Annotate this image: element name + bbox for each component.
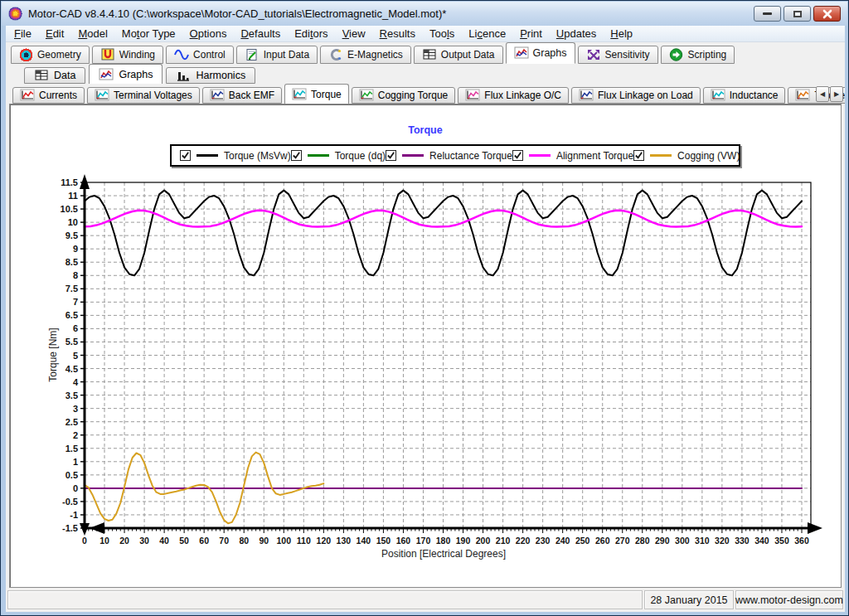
restore-icon <box>793 11 802 17</box>
toolbar-button-winding[interactable]: Winding <box>92 46 163 64</box>
svg-text:3.5: 3.5 <box>65 390 78 400</box>
toolbar-button-e-magnetics[interactable]: E-Magnetics <box>320 46 411 64</box>
menu-item-print[interactable]: Print <box>520 27 542 40</box>
svg-text:7: 7 <box>73 297 78 307</box>
close-icon <box>822 9 832 19</box>
svg-text:5: 5 <box>73 351 78 361</box>
svg-text:150: 150 <box>376 536 391 546</box>
minimize-icon <box>763 12 772 15</box>
svg-text:240: 240 <box>555 536 570 546</box>
toolbar-button-label: Scripting <box>688 49 727 61</box>
window-title: Motor-CAD v8.4.4.10 (C:\workspace\Motor-… <box>28 7 446 20</box>
toolbar-button-label: Winding <box>119 49 155 61</box>
toolbar-button-sensitivity[interactable]: Sensitivity <box>578 46 658 64</box>
svg-text:280: 280 <box>635 536 650 546</box>
menu-item-defaults[interactable]: Defaults <box>240 27 280 40</box>
svg-text:120: 120 <box>317 536 332 546</box>
view-tab-graphs[interactable]: Graphs <box>89 64 163 84</box>
status-bar: 28 January 2015 www.motor-design.com <box>6 588 845 612</box>
menu-item-view[interactable]: View <box>342 27 366 40</box>
svg-text:0: 0 <box>73 483 78 493</box>
menu-item-model[interactable]: Model <box>78 27 107 40</box>
menu-item-motor-type[interactable]: Motor Type <box>122 27 176 40</box>
graph-tab-scroll: ◀ ▶ <box>816 86 843 102</box>
minimize-button[interactable] <box>754 6 781 22</box>
graph-tab-terminal-voltages[interactable]: Terminal Voltages <box>87 87 200 104</box>
graph-tab-label: Flux Linkage O/C <box>484 90 561 101</box>
svg-text:260: 260 <box>595 536 610 546</box>
svg-text:110: 110 <box>297 536 311 546</box>
scripting-icon <box>669 48 684 61</box>
client-area: FileEditModelMotor TypeOptionsDefaultsEd… <box>6 26 845 612</box>
graph-tab-flux-linkage-o-c[interactable]: Flux Linkage O/C <box>458 87 569 104</box>
input-data-icon <box>245 48 260 61</box>
menu-bar: FileEditModelMotor TypeOptionsDefaultsEd… <box>6 26 845 42</box>
svg-text:290: 290 <box>655 536 670 546</box>
toolbar-button-output-data[interactable]: Output Data <box>414 46 503 64</box>
toolbar-button-control[interactable]: Control <box>166 46 234 64</box>
mini-chart-icon <box>20 89 35 102</box>
menu-item-help[interactable]: Help <box>610 27 633 40</box>
toolbar-button-label: Control <box>193 49 226 61</box>
toolbar-button-label: Geometry <box>37 49 81 61</box>
menu-item-results[interactable]: Results <box>380 27 415 40</box>
mini-chart-icon <box>795 89 810 102</box>
tab-scroll-right-button[interactable]: ▶ <box>830 86 843 102</box>
menu-item-updates[interactable]: Updates <box>556 27 596 40</box>
geometry-icon <box>19 48 33 62</box>
graph-tab-label: Terminal Voltages <box>114 90 192 101</box>
svg-text:8: 8 <box>73 270 78 280</box>
menu-item-edit[interactable]: Edit <box>46 27 64 40</box>
svg-text:2: 2 <box>73 430 78 440</box>
graphs-icon <box>99 68 114 81</box>
svg-text:310: 310 <box>695 536 710 546</box>
view-tab-label: Harmonics <box>196 70 245 81</box>
graph-tab-back-emf[interactable]: Back EMF <box>202 87 282 104</box>
toolbar-button-input-data[interactable]: Input Data <box>236 46 318 64</box>
graph-tab-inductance[interactable]: Inductance <box>703 87 786 104</box>
menu-item-options[interactable]: Options <box>190 27 227 40</box>
svg-text:320: 320 <box>715 536 730 546</box>
svg-text:40: 40 <box>159 536 169 546</box>
close-button[interactable] <box>813 6 841 22</box>
view-tab-harmonics[interactable]: Harmonics <box>166 67 255 84</box>
graph-tab-cogging-torque[interactable]: Cogging Torque <box>352 87 456 104</box>
svg-text:-1: -1 <box>70 510 78 520</box>
svg-text:60: 60 <box>199 536 209 546</box>
menu-item-licence[interactable]: Licence <box>468 27 506 40</box>
graph-tab-flux-linkage-on-load[interactable]: Flux Linkage on Load <box>571 87 701 104</box>
svg-text:0: 0 <box>82 536 87 546</box>
svg-text:8.5: 8.5 <box>65 257 78 267</box>
restore-button[interactable] <box>784 6 811 22</box>
svg-text:9.5: 9.5 <box>65 230 78 240</box>
control-icon <box>174 48 189 61</box>
tab-scroll-left-button[interactable]: ◀ <box>816 86 829 102</box>
svg-text:10: 10 <box>99 536 109 546</box>
bars-icon <box>176 69 191 82</box>
graph-tab-currents[interactable]: Currents <box>12 87 85 104</box>
menu-item-editors[interactable]: Editors <box>294 27 327 40</box>
mini-chart-icon <box>210 89 225 102</box>
svg-text:10: 10 <box>68 217 78 227</box>
svg-text:200: 200 <box>476 536 491 546</box>
svg-text:140: 140 <box>357 536 371 546</box>
menu-item-file[interactable]: File <box>14 27 32 40</box>
svg-text:5.5: 5.5 <box>65 337 78 347</box>
toolbar-button-geometry[interactable]: Geometry <box>11 46 90 64</box>
tick-labels: -1.5-1-0.500.511.522.533.544.555.566.577… <box>61 177 809 546</box>
graph-tab-torque[interactable]: Torque <box>284 84 349 104</box>
menu-item-tools[interactable]: Tools <box>429 27 454 40</box>
view-tab-data[interactable]: Data <box>24 67 85 84</box>
toolbar-button-label: Graphs <box>533 47 567 59</box>
svg-text:3: 3 <box>73 404 78 414</box>
toolbar-button-graphs[interactable]: Graphs <box>506 42 575 64</box>
view-tab-label: Data <box>54 70 75 81</box>
svg-text:6.5: 6.5 <box>65 310 78 320</box>
mini-chart-icon <box>579 89 594 102</box>
grid-lines <box>85 182 811 528</box>
svg-text:100: 100 <box>277 536 292 546</box>
toolbar-button-label: Sensitivity <box>605 49 650 61</box>
motor-cad-logo-icon <box>8 7 22 21</box>
svg-text:70: 70 <box>219 536 229 546</box>
toolbar-button-scripting[interactable]: Scripting <box>661 46 735 64</box>
